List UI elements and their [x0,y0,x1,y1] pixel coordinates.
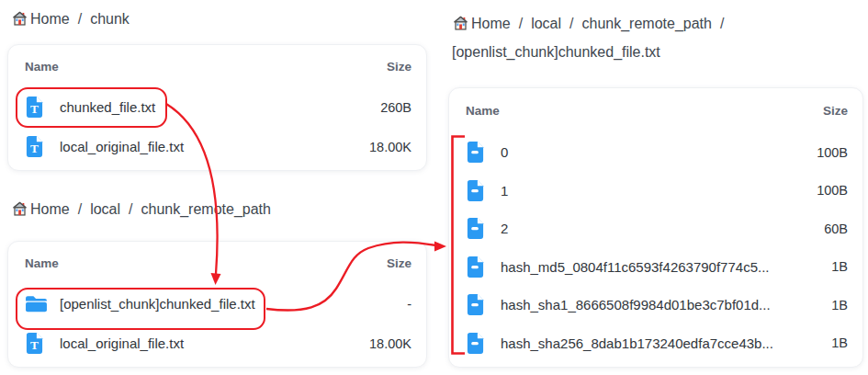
chunk-file-icon [466,217,490,240]
table-header: Name Size [25,45,411,87]
column-header-size[interactable]: Size [823,104,848,118]
file-size: 100B [817,145,848,160]
breadcrumb-item-home[interactable]: Home [30,201,70,218]
file-row-chunk-2[interactable]: 2 60B [466,210,848,248]
breadcrumb-item-chunk[interactable]: chunk [90,11,130,28]
file-row-hash-md5[interactable]: hash_md5_0804f11c6593f4263790f774c5... 1… [466,248,848,287]
file-size: 60B [824,222,848,236]
column-header-size[interactable]: Size [387,60,411,74]
chunk-file-icon [466,141,490,164]
file-size: 260B [380,100,411,115]
file-name: local_original_file.txt [60,139,369,154]
file-name: hash_md5_0804f11c6593f4263790f774c5... [501,259,831,275]
file-name: 1 [501,183,817,199]
chunk-file-icon [466,293,490,316]
breadcrumb-separator: / [129,201,132,218]
text-file-icon [25,96,49,119]
home-icon[interactable] [452,15,469,32]
file-row-chunked-file[interactable]: chunked_file.txt 260B [25,87,411,127]
text-file-icon [25,135,49,158]
chunk-file-icon [466,179,490,202]
file-manager-screenshot: Home / chunk Name Size chunked_file.txt … [0,0,868,375]
file-row-chunk-1[interactable]: 1 100B [466,172,848,210]
breadcrumb-chunk-remote-path: Home / local / chunk_remote_path [11,200,271,218]
column-header-name[interactable]: Name [25,256,387,270]
file-row-local-original[interactable]: local_original_file.txt 18.00K [25,127,411,166]
breadcrumb-item-local[interactable]: local [531,16,561,32]
breadcrumb-separator: / [569,16,573,32]
breadcrumb-item-home[interactable]: Home [471,16,511,32]
file-size: 18.00K [369,336,411,351]
chunk-file-icon [466,332,490,355]
column-header-name[interactable]: Name [466,104,823,118]
file-list-card-chunk-remote-path: Name Size [openlist_chunk]chunked_file.t… [7,241,427,368]
file-name: 2 [501,221,824,236]
file-size: 1B [831,335,848,350]
file-list-card-chunk-contents: Name Size 0 100B 1 100B 2 60B hash_md5_0… [448,87,863,368]
breadcrumb-item-openlist-chunk[interactable]: [openlist_chunk]chunked_file.txt [452,44,660,61]
table-header: Name Size [466,88,848,133]
file-size: 1B [831,298,848,312]
text-file-icon [25,332,49,355]
folder-icon [25,294,49,313]
file-size: 18.00K [369,140,411,154]
file-size: 100B [817,183,848,198]
breadcrumb-separator: / [78,201,82,218]
annotation-arrowhead-right [434,242,446,252]
breadcrumb-separator: / [519,16,523,32]
breadcrumb-item-chunk-remote-path[interactable]: chunk_remote_path [141,201,271,218]
breadcrumb-chunk: Home / chunk [11,10,130,28]
file-row-hash-sha256[interactable]: hash_sha256_8dab1b173240edfa7cce43b... 1… [466,324,848,363]
column-header-name[interactable]: Name [25,60,387,74]
column-header-size[interactable]: Size [387,256,411,270]
breadcrumb-separator: / [720,16,724,32]
file-name: 0 [501,144,817,160]
chunk-file-icon [466,256,490,278]
folder-row-openlist-chunk[interactable]: [openlist_chunk]chunked_file.txt - [25,284,411,324]
file-name: chunked_file.txt [60,99,380,115]
file-name: hash_sha1_8666508f9984d01be3c7bf01d... [501,297,831,312]
table-header: Name Size [25,242,411,284]
breadcrumb-item-chunk-remote-path[interactable]: chunk_remote_path [582,16,712,32]
breadcrumb-item-home[interactable]: Home [30,11,70,28]
file-list-card-chunk: Name Size chunked_file.txt 260B local_or… [7,44,427,171]
file-name: hash_sha256_8dab1b173240edfa7cce43b... [501,335,831,351]
breadcrumb-chunk-contents: Home / local / chunk_remote_path / [open… [452,15,854,61]
file-row-local-original[interactable]: local_original_file.txt 18.00K [25,324,411,363]
file-row-chunk-0[interactable]: 0 100B [466,133,848,172]
folder-size: - [407,297,411,312]
folder-name: [openlist_chunk]chunked_file.txt [60,296,407,312]
home-icon[interactable] [11,200,28,218]
file-name: local_original_file.txt [60,335,369,351]
file-row-hash-sha1[interactable]: hash_sha1_8666508f9984d01be3c7bf01d... 1… [466,286,848,324]
home-icon[interactable] [11,10,28,28]
file-size: 1B [831,259,848,274]
breadcrumb-item-local[interactable]: local [90,201,120,218]
breadcrumb-separator: / [78,11,82,28]
